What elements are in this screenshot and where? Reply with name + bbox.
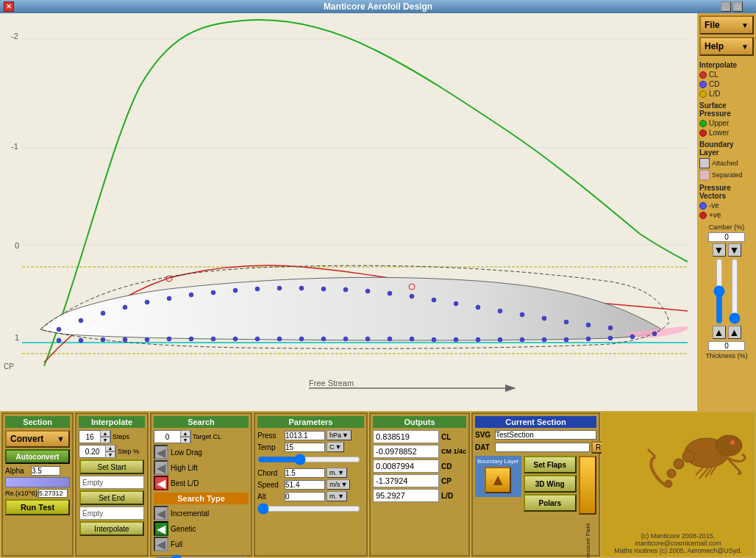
y-label-neg1: -1 <box>11 142 18 151</box>
attached-legend: Attached Separated <box>699 158 754 180</box>
svg-point-46 <box>299 286 304 290</box>
alt-slider[interactable] <box>257 503 360 515</box>
svg-point-52 <box>432 298 436 302</box>
temp-input[interactable] <box>285 443 325 452</box>
cl-legend: CL <box>699 71 754 79</box>
help-menu-btn[interactable]: Help ▼ <box>699 37 754 56</box>
svg-point-32 <box>608 336 613 340</box>
bl-label: Boundary Layer <box>477 458 518 465</box>
run-test-btn[interactable]: Run Test <box>5 499 70 515</box>
close-btn[interactable]: ✕ <box>4 1 14 12</box>
re-input[interactable] <box>38 489 68 498</box>
file-menu-btn[interactable]: File ▼ <box>699 15 754 35</box>
svg-point-31 <box>586 337 591 341</box>
step-pct-input[interactable] <box>79 448 105 456</box>
convert-dropdown[interactable]: Convert ▼ <box>5 430 70 448</box>
target-cl-down-btn[interactable]: ▼ <box>180 437 190 443</box>
svg-point-15 <box>233 337 238 341</box>
camber-slider[interactable] <box>713 258 726 324</box>
thickness-up-btn[interactable]: ▼ <box>728 243 741 257</box>
interpolate-btn[interactable]: Interpolate <box>79 521 144 536</box>
full-label: Full <box>171 540 182 548</box>
steps-up-btn[interactable]: ▲ <box>100 430 110 437</box>
set-flaps-btn[interactable]: Set Flaps <box>524 456 577 473</box>
section-panel: Section Convert ▼ Autoconvert Alpha Re.(… <box>1 412 74 557</box>
alt-input[interactable] <box>285 492 325 501</box>
svg-point-30 <box>564 337 568 342</box>
camber-down-btn[interactable]: ▲ <box>713 326 726 339</box>
maximize-btn[interactable]: □ <box>732 1 743 12</box>
svg-label: SVG <box>475 431 493 439</box>
svg-point-48 <box>343 287 348 292</box>
ld-output-label: L/D <box>441 492 453 500</box>
cd-legend: CD <box>699 80 754 88</box>
genetic-arrow: ◀ <box>154 521 168 536</box>
3d-wing-btn[interactable]: 3D Wing <box>524 475 577 493</box>
search-panel: Search ▲ ▼ Target CL ◀ Low Drag <box>150 412 252 557</box>
cp-output-label: CP <box>441 477 452 485</box>
thickness-slider[interactable] <box>728 258 741 324</box>
svg-point-44 <box>255 287 260 291</box>
interpolate-panel-title: Interpolate <box>79 416 145 428</box>
svg-point-39 <box>145 300 149 304</box>
mascot-image <box>641 416 751 512</box>
svg-point-29 <box>542 337 546 342</box>
svg-point-50 <box>388 291 392 296</box>
chart-area: -2 -1 0 1 CP <box>0 13 756 423</box>
alpha-input[interactable] <box>31 466 60 476</box>
boundary-layer-panel: Boundary Layer ▲ <box>475 456 521 497</box>
parameters-panel-title: Parameters <box>257 416 364 428</box>
press-unit-dropdown[interactable]: hPa▼ <box>327 430 352 440</box>
cp-axis-label: CP <box>4 362 14 371</box>
speed-unit-dropdown[interactable]: m/s▼ <box>327 479 350 490</box>
ld-legend: L/D <box>699 90 754 98</box>
set-end-btn[interactable]: Set End <box>79 490 144 505</box>
svg-point-59 <box>586 323 591 327</box>
chart-svg: Free Stream <box>22 13 688 410</box>
autoconvert-btn[interactable]: Autoconvert <box>5 449 70 464</box>
search-slider[interactable] <box>154 554 249 558</box>
target-cl-input[interactable] <box>154 433 180 441</box>
thickness-down-btn[interactable]: ▲ <box>728 326 741 339</box>
steps-input[interactable] <box>79 433 100 441</box>
svg-point-28 <box>520 337 524 342</box>
svg-point-22 <box>388 337 392 341</box>
app-title: Manticore Aerofoil Design <box>324 1 432 12</box>
press-input[interactable] <box>285 431 325 440</box>
pressure-vectors-label: Pressure Vectors <box>699 184 754 200</box>
alt-label: Alt <box>257 493 283 501</box>
minimize-btn[interactable]: _ <box>721 1 731 12</box>
y-label-1: 1 <box>15 333 19 342</box>
camber-value-input[interactable] <box>708 232 745 242</box>
cm-output-label: CM 1/4c <box>441 448 466 455</box>
svg-point-53 <box>454 301 458 306</box>
chord-input[interactable] <box>285 468 325 478</box>
pressure-field-btn[interactable] <box>579 456 596 515</box>
chord-label: Chord <box>257 469 283 477</box>
thickness-value-input[interactable] <box>708 341 745 351</box>
step-pct-up-btn[interactable]: ▲ <box>105 445 115 451</box>
polars-btn[interactable]: Polars <box>524 494 577 512</box>
speed-input[interactable] <box>285 480 325 490</box>
svg-point-54 <box>476 305 480 310</box>
chord-unit-dropdown[interactable]: m.▼ <box>327 468 347 478</box>
alt-unit-dropdown[interactable]: m.▼ <box>327 491 347 501</box>
svg-input[interactable] <box>495 430 596 440</box>
temp-slider[interactable] <box>257 454 360 465</box>
step-pct-down-btn[interactable]: ▼ <box>105 451 115 458</box>
svg-point-37 <box>101 311 105 315</box>
parameters-panel: Parameters Press hPa▼ Temp C▼ Ch <box>254 412 368 557</box>
svg-point-18 <box>299 337 304 341</box>
dat-input[interactable] <box>495 443 590 452</box>
camber-up-btn[interactable]: ▼ <box>713 243 726 257</box>
temp-unit-dropdown[interactable]: C▼ <box>327 442 344 452</box>
copyright-text: (c) Manticore 2008-2015,manticore@cosmic… <box>602 530 755 557</box>
cd-output-label: CD <box>441 462 452 471</box>
bl-up-btn[interactable]: ▲ <box>485 467 511 493</box>
surface-pressure-label: Surface Pressure <box>699 101 754 118</box>
target-cl-up-btn[interactable]: ▲ <box>180 430 190 437</box>
set-start-btn[interactable]: Set Start <box>79 459 144 474</box>
dat-label: DAT <box>475 443 493 451</box>
steps-down-btn[interactable]: ▼ <box>100 437 110 443</box>
search-panel-title: Search <box>154 416 249 428</box>
